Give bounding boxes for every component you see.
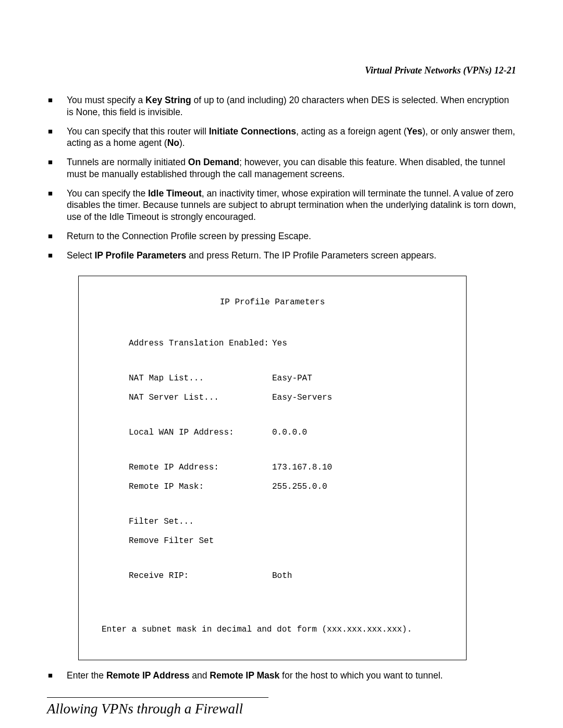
term-label: Receive RIP:: [129, 571, 272, 581]
text: ).: [179, 138, 185, 148]
bold-text: Remote IP Address: [106, 670, 190, 681]
bullet-item: Select IP Profile Parameters and press R…: [47, 250, 516, 262]
term-label: Filter Set...: [129, 517, 272, 526]
term-value: Both: [272, 571, 292, 581]
term-value: Easy-PAT: [272, 374, 312, 383]
text: Select: [67, 250, 95, 261]
term-value: Yes: [272, 339, 287, 348]
term-label: Remote IP Mask:: [129, 482, 272, 491]
term-label: Local WAN IP Address:: [129, 428, 272, 437]
text: and: [189, 670, 210, 681]
term-label: NAT Map List...: [129, 374, 272, 383]
text: for the host to which you want to tunnel…: [279, 670, 443, 681]
term-value: Easy-Servers: [272, 393, 332, 402]
term-value: 173.167.8.10: [272, 463, 332, 472]
bullet-list-2: Enter the Remote IP Address and Remote I…: [47, 670, 516, 682]
text: Return to the Connection Profile screen …: [67, 231, 311, 241]
bold-text: No: [167, 138, 179, 148]
bold-text: Initiate Connections: [209, 126, 296, 137]
term-label: Address Translation Enabled:: [129, 339, 272, 348]
bold-text: Remote IP Mask: [210, 670, 279, 681]
document-page: Virtual Private Networks (VPNs) 12-21 Yo…: [0, 0, 563, 728]
bold-text: Key String: [145, 95, 191, 105]
term-label: Remote IP Address:: [129, 463, 272, 472]
term-label: NAT Server List...: [129, 393, 272, 402]
term-value: 255.255.0.0: [272, 482, 327, 491]
bold-text: On Demand: [188, 157, 239, 167]
bullet-item: You must specify a Key String of up to (…: [47, 94, 516, 118]
term-value: 0.0.0.0: [272, 428, 307, 437]
bullet-item: You can specify the Idle Timeout, an ina…: [47, 188, 516, 223]
text: You must specify a: [67, 95, 145, 105]
terminal-title: IP Profile Parameters: [90, 298, 455, 307]
term-label: Remove Filter Set: [129, 536, 272, 546]
text: Tunnels are normally initiated: [67, 157, 188, 167]
text: You can specify that this router will: [67, 126, 209, 137]
text: Enter the: [67, 670, 106, 681]
bold-text: Idle Timeout: [148, 188, 202, 199]
bullet-item: Enter the Remote IP Address and Remote I…: [47, 670, 516, 682]
bullet-list: You must specify a Key String of up to (…: [47, 94, 516, 261]
bold-text: Yes: [407, 126, 422, 137]
section-divider: [47, 697, 268, 698]
page-header: Virtual Private Networks (VPNs) 12-21: [47, 65, 516, 76]
text: , acting as a foreign agent (: [296, 126, 407, 137]
text: You can specify the: [67, 188, 148, 199]
bullet-item: Tunnels are normally initiated On Demand…: [47, 156, 516, 180]
terminal-screen: IP Profile Parameters Address Translatio…: [78, 276, 467, 660]
bullet-item: You can specify that this router will In…: [47, 126, 516, 150]
section-heading: Allowing VPNs through a Firewall: [47, 701, 516, 717]
bold-text: IP Profile Parameters: [95, 250, 187, 261]
terminal-footer: Enter a subnet mask in decimal and dot f…: [90, 625, 455, 634]
bullet-item: Return to the Connection Profile screen …: [47, 230, 516, 242]
text: and press Return. The IP Profile Paramet…: [186, 250, 436, 261]
